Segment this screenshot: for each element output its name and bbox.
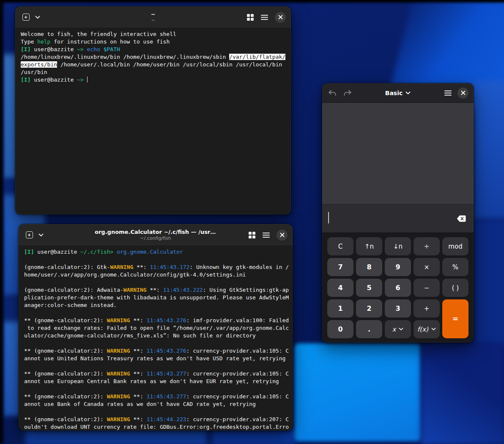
calc-key-add[interactable]: + (414, 299, 440, 318)
terminal1-headerbar[interactable]: + ~ ~ (15, 6, 291, 28)
key-label: 7 (338, 263, 342, 271)
terminal1-output[interactable]: Welcome to fish, the friendly interactiv… (15, 28, 291, 214)
terminal-line: annot use Bank of Canada rates as we don… (24, 400, 288, 408)
terminal-line: /home/linuxbrew/.linuxbrew/bin /home/lin… (21, 53, 286, 61)
calc-key-5[interactable]: 5 (356, 279, 382, 297)
calc-key-multiply[interactable]: × (414, 258, 440, 276)
key-label: 3 (395, 304, 400, 312)
terminal2-output[interactable]: [I] user@bazzite ~/.c/fish> org.gnome.Ca… (19, 246, 293, 430)
tab-overview-button[interactable] (248, 231, 256, 239)
calc-key-7[interactable]: 7 (327, 258, 353, 276)
terminal-line: annot use European Central Bank rates as… (24, 378, 288, 385)
calculator-headerbar[interactable]: Basic (322, 83, 474, 103)
tab-dropdown-button[interactable] (33, 11, 42, 24)
wallpaper-shape (211, 430, 296, 444)
wallpaper-shape (473, 80, 504, 220)
terminal-line: home/user/.var/app/org.gnome.Calculator/… (24, 271, 288, 279)
backspace-button[interactable] (455, 213, 468, 224)
calc-key-clear[interactable]: C (327, 237, 353, 255)
calculator-display[interactable] (322, 204, 474, 233)
calculator-window: Basic C (322, 83, 474, 343)
key-label: ↓n (393, 243, 403, 250)
key-label: 6 (395, 284, 400, 292)
calc-key-0[interactable]: 0 (327, 320, 353, 338)
wallpaper-shape (0, 0, 3, 444)
terminal-line: [I] user@bazzite ~> (21, 76, 286, 84)
calc-key-2[interactable]: 2 (356, 299, 382, 318)
calc-key-percent[interactable]: % (442, 258, 468, 276)
chevron-down-icon (431, 328, 436, 331)
menu-button[interactable] (263, 232, 270, 238)
terminal-line: ouldn't download UNT currency rate file:… (24, 423, 288, 430)
key-label: 9 (395, 263, 400, 271)
wallpaper-shape (421, 342, 504, 444)
wallpaper-shape (0, 0, 504, 3)
key-label: x (392, 326, 396, 333)
undo-button[interactable] (328, 90, 337, 96)
terminal-line: annot use United Nations Treasury rates … (24, 355, 288, 362)
chevron-down-icon (38, 233, 44, 237)
terminal-line: plication-prefer-dark-theme with libadwa… (24, 294, 288, 301)
calc-key-1[interactable]: 1 (327, 299, 353, 318)
calc-key-function-fx[interactable]: f(x) (414, 320, 440, 338)
calc-key-8[interactable]: 8 (356, 258, 382, 276)
key-label: C (338, 243, 342, 250)
calculator-keypad: C↑n↓n÷mod789×%456−( )123+=0.xf(x) (322, 233, 474, 343)
terminal-line: /usr/bin (21, 69, 286, 76)
terminal2-headerbar[interactable]: + org.gnome.Calculator ~/.c/fish — /usr/… (19, 224, 293, 246)
close-button[interactable] (275, 12, 286, 23)
terminal-line (24, 279, 288, 286)
calc-key-4[interactable]: 4 (327, 279, 353, 297)
terminal-line: Type help for instructions on how to use… (21, 38, 286, 46)
terminal-line: (gnome-calculator:2): Gtk-WARNING **: 11… (24, 263, 288, 271)
plus-square-icon: + (26, 231, 33, 238)
calc-key-variable-x[interactable]: x (385, 320, 411, 338)
text-cursor (87, 77, 88, 82)
calc-key-modulus[interactable]: mod (442, 237, 468, 255)
mode-selector-button[interactable]: Basic (385, 90, 411, 96)
key-label: mod (448, 243, 462, 250)
redo-button[interactable] (343, 90, 352, 96)
new-tab-button[interactable]: + (19, 11, 32, 24)
window-subtitle: ~ (91, 18, 215, 23)
calc-key-9[interactable]: 9 (385, 258, 411, 276)
calc-key-divide[interactable]: ÷ (414, 237, 440, 255)
new-tab-button[interactable]: + (23, 229, 36, 241)
key-label: 1 (338, 304, 342, 312)
calc-key-subtract[interactable]: − (414, 279, 440, 297)
wallpaper-shape (25, 429, 207, 444)
calc-key-subscript[interactable]: ↓n (385, 237, 411, 255)
wallpaper-shape (473, 220, 504, 347)
calc-key-equals[interactable]: = (442, 299, 468, 338)
key-label: % (452, 263, 458, 271)
arrow-redo-icon (343, 90, 352, 96)
terminal-line: anager:color-scheme instead. (24, 301, 288, 309)
menu-button[interactable] (444, 90, 452, 96)
terminal-line (24, 362, 288, 370)
calc-key-parentheses[interactable]: ( ) (442, 279, 468, 297)
calc-key-decimal-point[interactable]: . (356, 320, 382, 338)
key-label: f(x) (417, 326, 428, 333)
terminal-line (24, 340, 288, 347)
close-button[interactable] (277, 230, 288, 241)
terminal-line: to read exchange rates: Failed to open f… (24, 324, 288, 332)
calc-key-6[interactable]: 6 (385, 279, 411, 297)
tab-overview-button[interactable] (247, 14, 254, 21)
calc-key-superscript[interactable]: ↑n (356, 237, 382, 255)
key-label: ÷ (424, 243, 430, 250)
menu-button[interactable] (261, 14, 268, 20)
close-button[interactable] (457, 88, 468, 99)
key-label: + (424, 305, 430, 312)
terminal-line (24, 256, 288, 263)
calc-key-3[interactable]: 3 (385, 299, 411, 318)
key-label: 2 (367, 304, 371, 312)
window-subtitle: ~/.config/fish (95, 236, 216, 241)
grid-2x2-icon (247, 14, 254, 21)
terminal-line (24, 385, 288, 393)
terminal-line: ** (gnome-calculator:2): WARNING **: 11:… (24, 370, 288, 378)
close-icon (278, 15, 283, 19)
terminal-line: [I] user@bazzite ~/.c/fish> org.gnome.Ca… (24, 248, 288, 256)
tab-dropdown-button[interactable] (36, 229, 46, 241)
terminal-line: ** (gnome-calculator:2): WARNING **: 11:… (24, 416, 288, 423)
key-label: 4 (338, 284, 342, 292)
